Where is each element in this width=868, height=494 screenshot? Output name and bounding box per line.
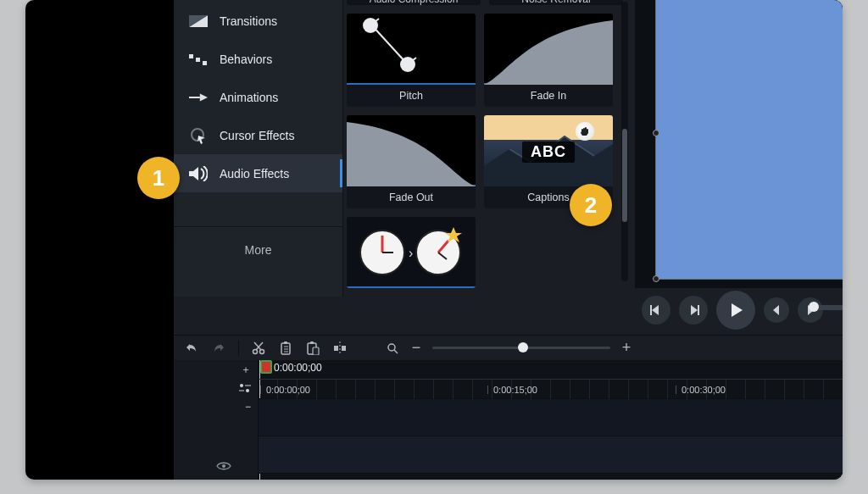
sidebar-item-transitions[interactable]: Transitions (174, 2, 342, 40)
prev-marker-button[interactable] (764, 297, 789, 323)
paste-button[interactable] (305, 341, 320, 356)
undo-button[interactable] (184, 341, 199, 356)
behaviors-icon (189, 52, 208, 67)
timeline-ruler[interactable]: 0:00:00;00 0:00:15;00 0:00:30;00 (259, 379, 843, 399)
effects-row-partial: Audio Compression Noise Removal (347, 0, 623, 5)
svg-point-48 (246, 389, 249, 392)
timeline-toolbar: − + (174, 335, 843, 360)
pitch-thumb (347, 14, 476, 85)
zoom-search-icon (385, 341, 400, 356)
zoom-control: − + (385, 341, 634, 356)
svg-rect-4 (203, 61, 207, 65)
effect-tile-fade-out[interactable]: Fade Out (347, 115, 476, 208)
seek-slider[interactable] (811, 305, 843, 310)
app-window: Transitions Behaviors Animations Cursor … (174, 0, 843, 480)
ruler-tick: 0:00:00;00 (260, 380, 310, 400)
effect-label[interactable]: Noise Removal (489, 0, 623, 5)
animations-icon (189, 90, 208, 105)
preview-canvas[interactable] (655, 0, 843, 280)
sidebar-item-label: Cursor Effects (220, 129, 294, 142)
clip-speed-thumb: › (347, 217, 476, 288)
sidebar-more-label: More (245, 243, 272, 257)
ruler-tick: 0:00:30;00 (676, 380, 726, 400)
next-frame-button[interactable] (679, 296, 708, 325)
zoom-in-button[interactable]: + (619, 341, 634, 356)
sidebar-item-label: Animations (220, 91, 278, 104)
svg-rect-35 (284, 341, 287, 344)
sidebar-item-label: Transitions (220, 14, 277, 28)
svg-rect-24 (650, 305, 652, 315)
captions-thumb: ABC (484, 115, 613, 186)
svg-marker-9 (189, 167, 198, 180)
sidebar-item-audio-effects[interactable]: Audio Effects (174, 154, 342, 192)
sidebar-item-label: Audio Effects (220, 167, 289, 180)
svg-rect-2 (189, 54, 193, 58)
svg-rect-41 (313, 347, 319, 355)
effect-label[interactable]: Audio Compression (347, 0, 481, 5)
effect-tile-pitch[interactable]: Pitch (347, 14, 476, 107)
resize-handle[interactable] (653, 275, 659, 282)
track-visibility-toggle[interactable] (216, 459, 233, 475)
svg-rect-3 (196, 58, 200, 62)
svg-marker-27 (732, 303, 743, 317)
svg-point-51 (222, 464, 225, 468)
svg-point-45 (388, 344, 395, 351)
svg-point-47 (240, 384, 243, 387)
annotation-badge-2: 2 (570, 184, 612, 226)
svg-marker-6 (200, 93, 208, 101)
ruler-subticks (259, 380, 843, 400)
svg-point-7 (192, 129, 203, 141)
resize-handle[interactable] (653, 130, 659, 136)
timeline-track-controls: ＋ − (174, 360, 259, 480)
effect-label: Fade In (484, 85, 613, 107)
grab-cursor-icon (576, 122, 594, 141)
sidebar-item-label: Behaviors (220, 53, 272, 66)
cut-button[interactable] (251, 341, 266, 356)
redo-button[interactable] (211, 341, 226, 356)
timeline-track[interactable] (259, 399, 843, 436)
transitions-icon (189, 14, 208, 29)
track-marker-button[interactable] (174, 379, 258, 397)
preview-pane (635, 0, 843, 288)
effects-panel: Audio Compression Noise Removal Pitch Fa… (347, 0, 632, 290)
timeline-area[interactable]: 0:00:00;00 0:00:00;00 0:00:15;00 0:00:30… (259, 360, 843, 480)
zoom-out-button[interactable]: − (409, 341, 424, 356)
svg-marker-28 (773, 305, 779, 315)
svg-rect-26 (698, 305, 699, 315)
svg-rect-43 (334, 346, 338, 351)
sidebar-item-cursor-effects[interactable]: Cursor Effects (174, 116, 342, 154)
fade-out-thumb (347, 115, 476, 186)
effect-label: Fade Out (347, 186, 476, 208)
sidebar-more[interactable]: More (174, 226, 342, 273)
remove-track-button[interactable]: − (174, 397, 258, 416)
svg-marker-25 (691, 305, 698, 315)
svg-line-46 (394, 350, 398, 353)
scrollbar-thumb[interactable] (622, 129, 627, 222)
effect-tile-fade-in[interactable]: Fade In (484, 14, 613, 107)
effects-scrollbar[interactable] (621, 2, 628, 281)
annotation-badge-1: 1 (137, 157, 180, 199)
copy-button[interactable] (278, 341, 293, 356)
sidebar-item-animations[interactable]: Animations (174, 78, 342, 116)
ruler-tick: 0:00:15;00 (487, 380, 537, 400)
zoom-slider[interactable] (432, 347, 610, 349)
add-track-button[interactable]: ＋ (174, 360, 258, 379)
cursor-effects-icon (189, 128, 208, 143)
sidebar: Transitions Behaviors Animations Cursor … (174, 0, 343, 297)
svg-rect-44 (342, 346, 346, 351)
playhead-marker[interactable] (260, 360, 272, 374)
effect-tile-clip-speed[interactable]: › (347, 217, 476, 288)
split-button[interactable] (332, 341, 348, 356)
prev-frame-button[interactable] (642, 296, 670, 325)
audio-effects-icon (189, 166, 208, 181)
timeline-track[interactable] (259, 436, 843, 474)
sidebar-item-behaviors[interactable]: Behaviors (174, 40, 342, 78)
effect-label: Pitch (347, 85, 476, 107)
timecode-display: 0:00:00;00 (274, 362, 322, 374)
play-button[interactable] (716, 291, 755, 330)
captions-overlay-text: ABC (522, 142, 575, 163)
app-frame: Transitions Behaviors Animations Cursor … (25, 0, 843, 480)
zoom-slider-thumb[interactable] (518, 342, 528, 352)
svg-rect-40 (310, 341, 314, 344)
fade-in-thumb (484, 14, 613, 85)
